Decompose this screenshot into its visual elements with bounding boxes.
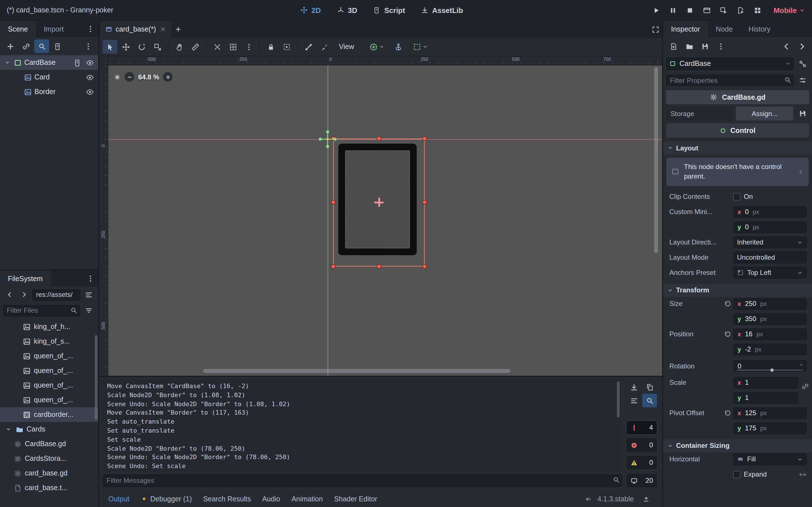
add-node-button[interactable] xyxy=(3,40,17,53)
tree-node-border[interactable]: Border xyxy=(0,84,98,99)
anchor-button[interactable] xyxy=(391,40,406,54)
distraction-free-button[interactable] xyxy=(649,23,662,36)
bottom-tab-animation[interactable]: Animation xyxy=(292,495,323,503)
revert-icon[interactable] xyxy=(724,409,731,416)
revert-icon[interactable] xyxy=(724,300,731,307)
filesystem-menu-button[interactable] xyxy=(84,272,97,285)
add-node-canvas-dropdown[interactable] xyxy=(367,41,387,53)
split-mode-button[interactable] xyxy=(82,288,95,301)
control-class-header[interactable]: Control xyxy=(666,123,809,137)
badge-error-line[interactable]: 4 xyxy=(626,421,657,434)
position-y-field[interactable]: y -2 px xyxy=(733,343,807,355)
file-king-of-h[interactable]: king_of_h... xyxy=(0,320,98,334)
scene-tab-card-base[interactable]: card_base(*) xyxy=(100,21,171,38)
more-button[interactable] xyxy=(713,40,728,53)
file-queen-of[interactable]: queen_of_... xyxy=(0,378,98,393)
filter-files-input[interactable] xyxy=(3,304,80,316)
remote-grid-button[interactable] xyxy=(750,3,765,17)
view-menu-button[interactable]: View xyxy=(333,41,360,52)
resource-path-input[interactable] xyxy=(32,289,81,300)
clip-contents-checkbox[interactable] xyxy=(733,193,741,200)
workspace-assetlib[interactable]: AssetLib xyxy=(415,4,469,17)
inspector-tab-inspector[interactable]: Inspector xyxy=(663,21,708,37)
skeleton-tool-button[interactable] xyxy=(301,40,316,54)
expander-icon[interactable] xyxy=(4,425,12,433)
snap-indicator-icon[interactable] xyxy=(114,73,121,80)
badge-monitor[interactable]: 20 xyxy=(626,474,657,487)
control-parent-notice[interactable]: This node doesn't have a control parent. xyxy=(666,158,809,186)
file-queen-of[interactable]: queen_of_... xyxy=(0,393,98,407)
mute-icon[interactable] xyxy=(585,496,592,502)
history-forward-button[interactable] xyxy=(795,40,809,53)
movie-button[interactable] xyxy=(699,3,714,17)
search-button[interactable] xyxy=(35,40,49,53)
dock-tab-import[interactable]: Import xyxy=(36,21,71,37)
filter-messages-input[interactable] xyxy=(103,474,622,487)
inspector-tab-history[interactable]: History xyxy=(741,21,778,37)
expander-icon[interactable] xyxy=(3,59,11,66)
add-resource-button[interactable] xyxy=(666,40,680,53)
expand-bottom-panel-button[interactable] xyxy=(640,493,653,505)
selection-handle[interactable] xyxy=(422,264,427,269)
workspace-3d[interactable]: 3D xyxy=(331,4,363,17)
ruler-tool-button[interactable] xyxy=(188,40,202,54)
region-select-dropdown[interactable] xyxy=(410,41,430,53)
selection-handle[interactable] xyxy=(422,136,427,141)
bottom-tab-audio[interactable]: Audio xyxy=(262,495,280,503)
select-tool-button[interactable] xyxy=(103,40,117,54)
lock-tool-button[interactable] xyxy=(263,40,278,54)
file-king-of-s[interactable]: king_of_s... xyxy=(0,334,98,349)
nav-back-button[interactable] xyxy=(3,288,16,301)
bottom-tab-output[interactable]: Output xyxy=(108,495,130,503)
file-card-base-t[interactable]: card_base.t... xyxy=(0,481,98,495)
layout-direction-dropdown[interactable]: Inherited xyxy=(733,236,807,248)
export-log-button[interactable] xyxy=(626,380,641,394)
node-extra-button[interactable] xyxy=(796,57,809,70)
log-scrollbar[interactable] xyxy=(617,381,620,417)
badge-error-circle[interactable]: 0 xyxy=(626,438,657,452)
save-resource-button[interactable] xyxy=(698,40,712,53)
nav-forward-button[interactable] xyxy=(17,288,31,301)
instance-scene-button[interactable] xyxy=(18,40,33,53)
size-x-field[interactable]: x 250 px xyxy=(733,298,807,309)
stop-button[interactable] xyxy=(682,3,698,17)
file-queen-of[interactable]: queen_of_... xyxy=(0,349,98,363)
dock-tab-filesystem[interactable]: FileSystem xyxy=(0,270,51,287)
group-tool-button[interactable] xyxy=(279,40,294,54)
clear-log-button[interactable] xyxy=(626,394,641,407)
zoom-in-button[interactable] xyxy=(163,72,173,82)
size-y-field[interactable]: y 350 px xyxy=(733,313,807,325)
play-scene-button[interactable] xyxy=(716,3,731,17)
badge-warning[interactable]: 0 xyxy=(626,456,657,469)
selection-handle[interactable] xyxy=(377,136,381,141)
dock-tab-scene[interactable]: Scene xyxy=(0,21,36,37)
bottom-tab-shader-editor[interactable]: Shader Editor xyxy=(334,495,377,503)
tree-node-cardbase[interactable]: CardBase xyxy=(0,55,98,70)
selection-handle[interactable] xyxy=(331,264,336,269)
section-transform[interactable]: Transform xyxy=(663,284,812,297)
visibility-toggle[interactable] xyxy=(84,71,96,83)
play-button[interactable] xyxy=(649,3,664,17)
close-tab-icon[interactable] xyxy=(159,26,166,33)
zoom-level[interactable]: 64.8 % xyxy=(138,73,159,81)
search-log-button[interactable] xyxy=(642,394,657,407)
history-back-button[interactable] xyxy=(779,40,794,53)
script-header[interactable]: CardBase.gd xyxy=(666,90,809,104)
canvas-surface[interactable]: 64.8 % xyxy=(108,65,662,376)
section-layout[interactable]: Layout xyxy=(663,142,812,154)
run-target-dropdown[interactable]: Mobile xyxy=(774,6,805,14)
snap-options-tool-button[interactable] xyxy=(241,40,256,54)
filesystem-scrollbar[interactable] xyxy=(95,335,98,420)
revert-icon[interactable] xyxy=(724,330,731,338)
selection-handle[interactable] xyxy=(422,200,427,205)
inspector-tab-node[interactable]: Node xyxy=(708,21,741,37)
scale-x-field[interactable]: x 1 xyxy=(733,377,799,388)
grid-snap-tool-button[interactable] xyxy=(225,40,240,54)
visibility-toggle[interactable] xyxy=(84,86,96,98)
scale-tool-button[interactable] xyxy=(150,40,165,54)
section-container-sizing[interactable]: Container Sizing xyxy=(663,439,812,452)
file-cardbase-gd[interactable]: CardBase.gd xyxy=(0,437,98,451)
file-cards[interactable]: Cards xyxy=(0,422,98,437)
skeleton-options-tool-button[interactable] xyxy=(317,40,332,54)
pivot-x-field[interactable]: x 125 px xyxy=(733,407,807,419)
